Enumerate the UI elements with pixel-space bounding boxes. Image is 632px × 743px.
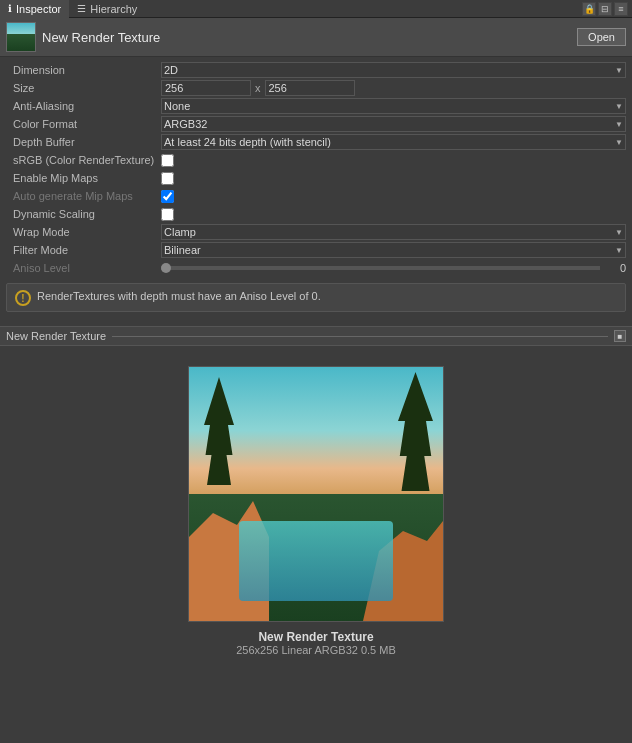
scene-trees-right <box>398 372 433 512</box>
enable-mip-maps-label: Enable Mip Maps <box>6 172 161 184</box>
properties-panel: Dimension 2D Size x Anti-Aliasing None <box>0 57 632 322</box>
dimension-select-wrapper: 2D <box>161 62 626 78</box>
aniso-slider-wrapper: 0 <box>161 262 626 274</box>
aniso-level-number: 0 <box>606 262 626 274</box>
anti-aliasing-row: Anti-Aliasing None <box>0 97 632 115</box>
tab-bar: ℹ Inspector ☰ Hierarchy 🔒 ⊟ ≡ <box>0 0 632 18</box>
auto-mip-maps-row: Auto generate Mip Maps <box>0 187 632 205</box>
color-format-label: Color Format <box>6 118 161 130</box>
scene-water <box>239 521 393 601</box>
asset-header: New Render Texture Open <box>0 18 632 57</box>
depth-buffer-value: At least 24 bits depth (with stencil) <box>161 134 626 150</box>
thumb-scene-preview <box>7 23 35 51</box>
size-width-input[interactable] <box>161 80 251 96</box>
layout-button[interactable]: ⊟ <box>598 2 612 16</box>
depth-buffer-select[interactable]: At least 24 bits depth (with stencil) <box>161 134 626 150</box>
color-format-select-wrapper: ARGB32 <box>161 116 626 132</box>
srgb-value <box>161 154 626 167</box>
inspector-icon: ℹ <box>8 3 12 14</box>
size-height-input[interactable] <box>265 80 355 96</box>
auto-mip-maps-checkbox[interactable] <box>161 190 174 203</box>
preview-meta: 256x256 Linear ARGB32 0.5 MB <box>236 644 396 656</box>
size-label: Size <box>6 82 161 94</box>
wrap-mode-select[interactable]: Clamp <box>161 224 626 240</box>
aniso-level-value: 0 <box>161 262 626 274</box>
preview-asset-name: New Render Texture <box>236 630 396 644</box>
preview-content: New Render Texture 256x256 Linear ARGB32… <box>0 346 632 666</box>
depth-buffer-select-wrapper: At least 24 bits depth (with stencil) <box>161 134 626 150</box>
filter-mode-value: Bilinear <box>161 242 626 258</box>
color-format-value: ARGB32 <box>161 116 626 132</box>
aniso-level-row: Aniso Level 0 <box>0 259 632 277</box>
dynamic-scaling-row: Dynamic Scaling <box>0 205 632 223</box>
auto-mip-maps-label: Auto generate Mip Maps <box>6 190 161 202</box>
anti-aliasing-select[interactable]: None <box>161 98 626 114</box>
tab-hierarchy-label: Hierarchy <box>90 3 137 15</box>
asset-thumbnail <box>6 22 36 52</box>
preview-info: New Render Texture 256x256 Linear ARGB32… <box>236 630 396 656</box>
open-button[interactable]: Open <box>577 28 626 46</box>
dynamic-scaling-value <box>161 208 626 221</box>
render-scene <box>189 367 443 621</box>
srgb-label: sRGB (Color RenderTexture) <box>6 154 161 166</box>
size-inputs: x <box>161 80 626 96</box>
color-format-row: Color Format ARGB32 <box>0 115 632 133</box>
srgb-checkbox[interactable] <box>161 154 174 167</box>
preview-header: New Render Texture ■ <box>0 327 632 346</box>
preview-section: New Render Texture ■ New Render Texture … <box>0 326 632 666</box>
preview-expand-button[interactable]: ■ <box>614 330 626 342</box>
menu-button[interactable]: ≡ <box>614 2 628 16</box>
wrap-mode-label: Wrap Mode <box>6 226 161 238</box>
filter-mode-select[interactable]: Bilinear <box>161 242 626 258</box>
warning-box: ! RenderTextures with depth must have an… <box>6 283 626 312</box>
enable-mip-maps-value <box>161 172 626 185</box>
enable-mip-maps-checkbox[interactable] <box>161 172 174 185</box>
scene-trees-left <box>204 377 234 497</box>
dimension-select[interactable]: 2D <box>161 62 626 78</box>
lock-button[interactable]: 🔒 <box>582 2 596 16</box>
preview-image <box>188 366 444 622</box>
dimension-row: Dimension 2D <box>0 61 632 79</box>
size-value: x <box>161 80 626 96</box>
color-format-select[interactable]: ARGB32 <box>161 116 626 132</box>
warning-icon: ! <box>15 290 31 306</box>
dimension-value: 2D <box>161 62 626 78</box>
dynamic-scaling-checkbox[interactable] <box>161 208 174 221</box>
asset-title: New Render Texture <box>42 30 160 45</box>
tab-inspector-label: Inspector <box>16 3 61 15</box>
hierarchy-icon: ☰ <box>77 3 86 14</box>
size-x-label: x <box>255 82 261 94</box>
wrap-mode-select-wrapper: Clamp <box>161 224 626 240</box>
depth-buffer-label: Depth Buffer <box>6 136 161 148</box>
anti-aliasing-select-wrapper: None <box>161 98 626 114</box>
filter-mode-select-wrapper: Bilinear <box>161 242 626 258</box>
tab-inspector[interactable]: ℹ Inspector <box>0 0 69 18</box>
srgb-row: sRGB (Color RenderTexture) <box>0 151 632 169</box>
preview-divider <box>112 336 608 337</box>
anti-aliasing-value: None <box>161 98 626 114</box>
enable-mip-maps-row: Enable Mip Maps <box>0 169 632 187</box>
aniso-level-slider[interactable] <box>161 266 600 270</box>
tab-hierarchy[interactable]: ☰ Hierarchy <box>69 0 145 18</box>
dimension-label: Dimension <box>6 64 161 76</box>
auto-mip-maps-value <box>161 190 626 203</box>
preview-section-title: New Render Texture <box>6 330 106 342</box>
size-row: Size x <box>0 79 632 97</box>
anti-aliasing-label: Anti-Aliasing <box>6 100 161 112</box>
wrap-mode-row: Wrap Mode Clamp <box>0 223 632 241</box>
depth-buffer-row: Depth Buffer At least 24 bits depth (wit… <box>0 133 632 151</box>
wrap-mode-value: Clamp <box>161 224 626 240</box>
aniso-level-label: Aniso Level <box>6 262 161 274</box>
filter-mode-row: Filter Mode Bilinear <box>0 241 632 259</box>
filter-mode-label: Filter Mode <box>6 244 161 256</box>
tab-actions: 🔒 ⊟ ≡ <box>582 2 632 16</box>
warning-text: RenderTextures with depth must have an A… <box>37 289 321 304</box>
dynamic-scaling-label: Dynamic Scaling <box>6 208 161 220</box>
